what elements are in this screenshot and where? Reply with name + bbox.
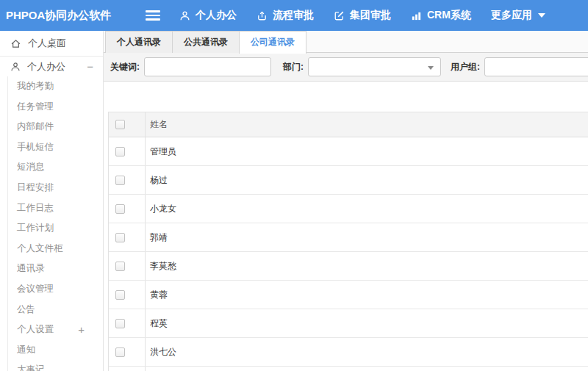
workflow-upload-icon: [257, 10, 268, 21]
sidebar-item-work-plan[interactable]: 工作计划: [8, 218, 103, 239]
contact-name: 管理员: [146, 145, 176, 158]
usergroup-select[interactable]: [484, 57, 588, 76]
department-label: 部门:: [283, 61, 304, 73]
table-row[interactable]: 洪七公: [109, 338, 588, 367]
contact-name: 杨过: [146, 174, 168, 187]
sidebar-item-attendance[interactable]: 我的考勤: [8, 76, 103, 97]
usergroup-label: 用户组:: [451, 61, 480, 73]
sidebar-group-personal-office[interactable]: 个人办公 −: [0, 57, 103, 76]
table-row[interactable]: 李莫愁: [109, 252, 588, 281]
table-row-clipped: [109, 367, 588, 371]
tab-public-contacts[interactable]: 公共通讯录: [172, 31, 240, 53]
sidebar-submenu: 我的考勤 任务管理 内部邮件 手机短信 短消息 日程安排 工作日志 工作计划 个…: [7, 76, 103, 371]
person-icon: [179, 10, 190, 21]
sidebar-item-file-cabinet[interactable]: 个人文件柜: [8, 239, 103, 259]
keyword-input[interactable]: [144, 57, 271, 76]
collapse-minus-icon[interactable]: −: [87, 60, 93, 73]
nav-workflow-approval[interactable]: 流程审批: [257, 9, 314, 22]
top-navigation: 个人办公 流程审批 集团审批: [179, 9, 565, 22]
table-row[interactable]: 郭靖: [109, 223, 588, 252]
sidebar-item-meeting-management[interactable]: 会议管理: [8, 279, 103, 300]
tab-bar: 个人通讯录 公共通讯录 公司通讯录: [104, 31, 588, 53]
row-checkbox[interactable]: [115, 176, 125, 185]
row-checkbox[interactable]: [115, 347, 125, 357]
sidebar-item-personal-desktop[interactable]: 个人桌面: [0, 31, 103, 57]
row-checkbox[interactable]: [115, 262, 125, 271]
select-caret-icon: [428, 66, 434, 70]
contact-name: 小龙女: [146, 203, 176, 215]
keyword-label: 关键词:: [110, 61, 140, 73]
chevron-down-icon: [538, 13, 545, 18]
sidebar-item-personal-settings[interactable]: 个人设置 +: [8, 320, 103, 340]
nav-label: 集团审批: [350, 9, 391, 22]
sidebar-item-short-message[interactable]: 短消息: [8, 157, 103, 178]
expand-plus-icon[interactable]: +: [78, 320, 85, 340]
content-spacer: [104, 82, 588, 112]
table-row[interactable]: 程英: [109, 309, 588, 338]
row-checkbox[interactable]: [115, 233, 125, 242]
row-checkbox[interactable]: [115, 147, 125, 156]
sidebar-group-label: 个人办公: [27, 60, 65, 73]
nav-label: 个人办公: [196, 9, 237, 22]
contact-name: 黄蓉: [146, 289, 168, 301]
nav-label: CRM系统: [427, 9, 471, 22]
nav-label: 流程审批: [273, 9, 314, 22]
contact-name: 程英: [146, 317, 168, 330]
sidebar-item-memorabilia[interactable]: 大事记: [8, 360, 103, 371]
nav-label: 更多应用: [491, 9, 532, 22]
edit-icon: [334, 10, 345, 21]
row-checkbox[interactable]: [115, 204, 125, 214]
app-header: PHPOA协同办公软件 个人办公 流程审批: [0, 0, 588, 31]
sidebar-item-task-management[interactable]: 任务管理: [8, 97, 103, 118]
nav-more-apps[interactable]: 更多应用: [491, 9, 545, 22]
person-icon: [10, 62, 21, 72]
sidebar-item-contacts[interactable]: 通讯录: [8, 259, 103, 279]
table-row[interactable]: 小龙女: [109, 195, 588, 223]
contacts-table: 姓名 管理员 杨过 小龙女 郭靖 李莫愁: [108, 112, 588, 371]
department-select[interactable]: [308, 57, 441, 76]
home-icon: [10, 38, 21, 49]
sidebar: 个人桌面 个人办公 − 我的考勤 任务管理 内部邮件 手机短信 短消息 日程安排…: [0, 31, 104, 371]
contact-name: 洪七公: [146, 346, 176, 359]
bar-chart-icon: [411, 10, 422, 21]
select-all-checkbox[interactable]: [115, 120, 125, 129]
column-header-name: 姓名: [146, 118, 168, 131]
app-title: PHPOA协同办公软件: [0, 9, 110, 23]
row-checkbox[interactable]: [115, 290, 125, 300]
menu-toggle-icon[interactable]: [146, 8, 160, 23]
sidebar-item-notifications[interactable]: 通知: [8, 340, 103, 361]
tab-company-contacts[interactable]: 公司通讯录: [239, 31, 306, 54]
filter-bar: 关键词: 部门: 用户组:: [104, 53, 588, 82]
table-row[interactable]: 杨过: [109, 166, 588, 195]
contact-name: 郭靖: [146, 231, 168, 244]
nav-group-approval[interactable]: 集团审批: [334, 9, 391, 22]
contact-name: 李莫愁: [146, 260, 176, 273]
sidebar-item-announcements[interactable]: 公告: [8, 300, 103, 320]
sidebar-item-label: 个人桌面: [28, 37, 66, 50]
nav-crm-system[interactable]: CRM系统: [411, 9, 471, 22]
row-checkbox[interactable]: [115, 319, 125, 328]
sidebar-item-schedule[interactable]: 日程安排: [8, 178, 103, 198]
sidebar-item-mobile-sms[interactable]: 手机短信: [8, 137, 103, 158]
table-row[interactable]: 管理员: [109, 137, 588, 166]
main-content: 个人通讯录 公共通讯录 公司通讯录 关键词: 部门: 用户组: 姓名 管理员: [104, 31, 588, 371]
tab-personal-contacts[interactable]: 个人通讯录: [105, 31, 173, 53]
sidebar-item-work-log[interactable]: 工作日志: [8, 198, 103, 219]
table-row[interactable]: 黄蓉: [109, 281, 588, 309]
sidebar-item-internal-mail[interactable]: 内部邮件: [8, 117, 103, 137]
table-header-row: 姓名: [109, 112, 588, 137]
nav-personal-office[interactable]: 个人办公: [179, 9, 237, 22]
